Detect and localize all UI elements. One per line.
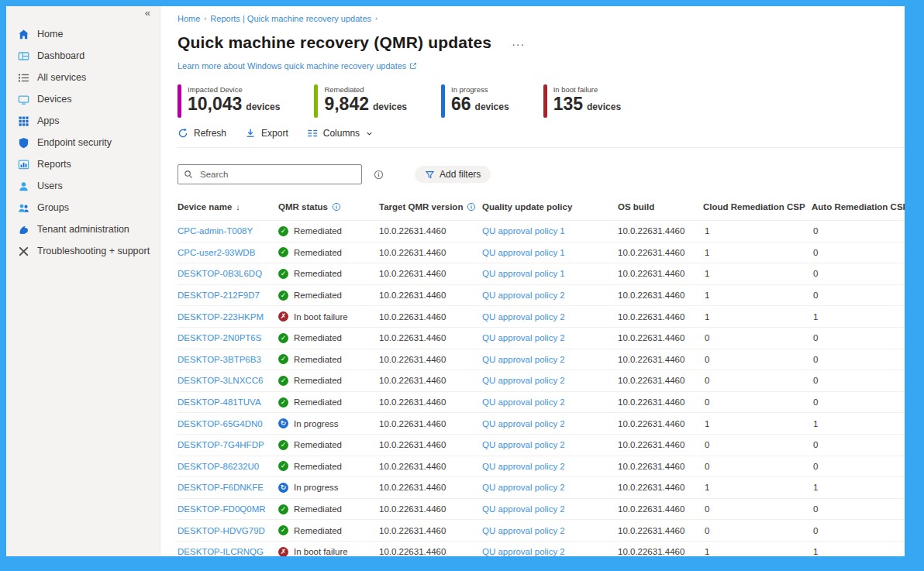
device-name-link[interactable]: DESKTOP-2N0PT6S <box>178 333 278 342</box>
table-header: Device name ↓ QMR status Target QMR vers… <box>178 198 905 220</box>
cloud-remediation-csp-cell: 1 <box>703 269 812 278</box>
device-name-link[interactable]: CPC-admin-T008Y <box>178 226 278 236</box>
status-icon: ✗ <box>278 547 288 556</box>
column-header-label: QMR status <box>278 202 328 212</box>
quality-update-policy-link[interactable]: QU approval policy 2 <box>482 376 618 385</box>
sidebar-item-groups[interactable]: Groups <box>6 197 160 218</box>
cloud-remediation-csp-cell: 0 <box>703 526 812 535</box>
auto-remediation-csp-cell: 0 <box>812 504 905 514</box>
device-name-link[interactable]: DESKTOP-212F9D7 <box>178 291 278 300</box>
quality-update-policy-link[interactable]: QU approval policy 2 <box>482 312 618 322</box>
device-name-link[interactable]: DESKTOP-F6DNKFE <box>178 483 278 492</box>
status-icon: ✓ <box>278 397 288 408</box>
sidebar-item-apps[interactable]: Apps <box>6 110 160 132</box>
device-name-link[interactable]: CPC-user2-93WDB <box>178 248 278 257</box>
target-qmr-version-cell: 10.0.22631.4460 <box>379 504 482 514</box>
quality-update-policy-link[interactable]: QU approval policy 2 <box>482 526 618 535</box>
sidebar-item-troubleshooting-support[interactable]: Troubleshooting + support <box>6 240 160 262</box>
sidebar-item-dashboard[interactable]: Dashboard <box>6 45 160 67</box>
quality-update-policy-link[interactable]: QU approval policy 2 <box>482 419 618 428</box>
more-options-button[interactable]: ··· <box>512 38 525 52</box>
column-header[interactable]: OS build <box>618 202 703 212</box>
search-info-icon[interactable] <box>374 170 384 180</box>
target-qmr-version-cell: 10.0.22631.4460 <box>379 419 482 428</box>
status-label: Remediated <box>294 504 342 514</box>
columns-button[interactable]: Columns <box>307 128 374 139</box>
status-icon: ✓ <box>278 226 288 236</box>
column-header[interactable]: Quality update policy <box>482 202 618 212</box>
sidebar-item-label: Troubleshooting + support <box>37 246 150 256</box>
quality-update-policy-link[interactable]: QU approval policy 2 <box>482 397 618 407</box>
quality-update-policy-link[interactable]: QU approval policy 2 <box>482 462 618 471</box>
auto-remediation-csp-cell: 1 <box>812 312 905 322</box>
device-name-link[interactable]: DESKTOP-65G4DN0 <box>178 419 278 428</box>
device-name-link[interactable]: DESKTOP-7G4HFDP <box>178 440 278 449</box>
breadcrumb-separator: › <box>204 15 206 22</box>
column-header[interactable]: Auto Remediation CSP <box>812 202 905 212</box>
table-row: DESKTOP-481TUVA ✓ Remediated 10.0.22631.… <box>178 391 905 413</box>
sidebar-item-users[interactable]: Users <box>6 175 160 197</box>
quality-update-policy-link[interactable]: QU approval policy 1 <box>482 248 618 257</box>
breadcrumb-home[interactable]: Home <box>178 14 200 23</box>
quality-update-policy-link[interactable]: QU approval policy 2 <box>482 440 618 449</box>
sidebar-item-tenant-administration[interactable]: Tenant administration <box>6 218 160 240</box>
device-name-link[interactable]: DESKTOP-HDVG79D <box>178 526 278 535</box>
device-name-link[interactable]: DESKTOP-0B3L6DQ <box>178 269 278 278</box>
cloud-remediation-csp-cell: 0 <box>703 333 812 342</box>
target-qmr-version-cell: 10.0.22631.4460 <box>379 462 482 471</box>
status-label: Remediated <box>294 226 342 236</box>
export-button[interactable]: Export <box>245 128 288 139</box>
quality-update-policy-link[interactable]: QU approval policy 2 <box>482 291 618 300</box>
sidebar-item-endpoint-security[interactable]: Endpoint security <box>6 132 160 153</box>
refresh-button[interactable]: Refresh <box>178 128 226 139</box>
sidebar-collapse-button[interactable]: « <box>145 8 150 18</box>
column-info-icon[interactable] <box>467 202 476 212</box>
column-header[interactable]: Target QMR version <box>379 202 482 212</box>
device-name-link[interactable]: DESKTOP-3BTP6B3 <box>178 355 278 364</box>
column-info-icon[interactable] <box>332 202 341 212</box>
stat-label: In boot failure <box>553 85 621 94</box>
sidebar-item-label: Home <box>37 29 63 40</box>
device-name-link[interactable]: DESKTOP-223HKPM <box>178 312 278 322</box>
qmr-status-cell: ✓ Remediated <box>278 269 379 279</box>
add-filters-button[interactable]: Add filters <box>415 166 491 183</box>
table-row: DESKTOP-86232U0 ✓ Remediated 10.0.22631.… <box>178 456 905 477</box>
sidebar-item-home[interactable]: Home <box>6 23 160 45</box>
quality-update-policy-link[interactable]: QU approval policy 2 <box>482 483 618 492</box>
os-build-cell: 10.0.22631.4460 <box>618 333 703 342</box>
sidebar-item-devices[interactable]: Devices <box>6 88 160 110</box>
stat-color-bar <box>178 84 181 118</box>
quality-update-policy-link[interactable]: QU approval policy 1 <box>482 269 618 278</box>
sidebar-item-reports[interactable]: Reports <box>6 153 160 175</box>
learn-more-link[interactable]: Learn more about Windows quick machine r… <box>178 61 417 71</box>
quality-update-policy-link[interactable]: QU approval policy 2 <box>482 333 618 342</box>
column-header-label: Cloud Remediation CSP <box>703 202 805 212</box>
table-row: DESKTOP-7G4HFDP ✓ Remediated 10.0.22631.… <box>178 434 905 456</box>
cloud-remediation-csp-cell: 0 <box>703 504 812 514</box>
add-filters-label: Add filters <box>440 169 481 180</box>
device-name-link[interactable]: DESKTOP-3LNXCC6 <box>178 376 278 385</box>
target-qmr-version-cell: 10.0.22631.4460 <box>379 291 482 300</box>
quality-update-policy-link[interactable]: QU approval policy 2 <box>482 504 618 514</box>
os-build-cell: 10.0.22631.4460 <box>618 248 703 257</box>
device-name-link[interactable]: DESKTOP-481TUVA <box>178 397 278 407</box>
column-header[interactable]: QMR status <box>278 202 379 212</box>
device-name-link[interactable]: DESKTOP-ILCRNQG <box>178 547 278 556</box>
breadcrumb-current[interactable]: Reports | Quick machine recovery updates <box>210 14 371 23</box>
quality-update-policy-link[interactable]: QU approval policy 2 <box>482 547 618 556</box>
quality-update-policy-link[interactable]: QU approval policy 1 <box>482 226 618 236</box>
table-body: CPC-admin-T008Y ✓ Remediated 10.0.22631.… <box>178 220 905 556</box>
column-header[interactable]: Device name ↓ <box>178 202 278 212</box>
quality-update-policy-link[interactable]: QU approval policy 2 <box>482 355 618 364</box>
column-header[interactable]: Cloud Remediation CSP <box>703 202 812 212</box>
search-input[interactable] <box>198 169 356 180</box>
table-row: CPC-user2-93WDB ✓ Remediated 10.0.22631.… <box>178 242 905 263</box>
learn-more-text: Learn more about Windows quick machine r… <box>178 61 406 71</box>
table-row: DESKTOP-0B3L6DQ ✓ Remediated 10.0.22631.… <box>178 263 905 284</box>
device-table: Device name ↓ QMR status Target QMR vers… <box>178 198 905 556</box>
target-qmr-version-cell: 10.0.22631.4460 <box>379 312 482 322</box>
device-name-link[interactable]: DESKTOP-86232U0 <box>178 462 278 471</box>
stat-value: 10,043 <box>188 94 242 114</box>
device-name-link[interactable]: DESKTOP-FD0Q0MR <box>178 504 278 514</box>
sidebar-item-all-services[interactable]: All services <box>6 67 160 88</box>
